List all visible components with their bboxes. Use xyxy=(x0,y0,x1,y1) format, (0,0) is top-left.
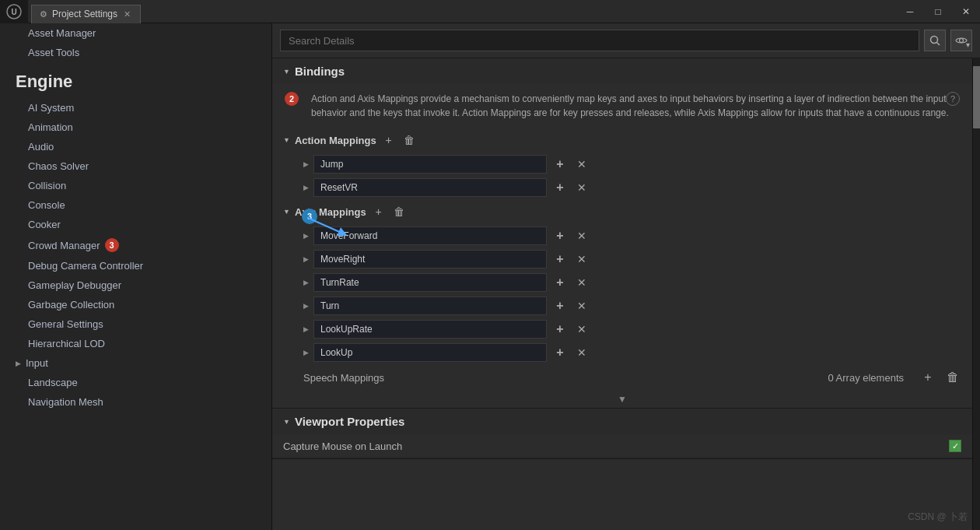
axis-mappings-add-btn[interactable]: + xyxy=(371,204,387,219)
sidebar-item-input[interactable]: Input xyxy=(0,353,271,373)
axis-mappings-label: Axis Mappings xyxy=(295,206,366,218)
action-mappings-arrow: ▼ xyxy=(283,136,290,144)
viewport-title: Viewport Properties xyxy=(295,415,404,428)
viewport-section-header[interactable]: ▼ Viewport Properties xyxy=(272,409,972,434)
moveforward-expand-arrow[interactable]: ▶ xyxy=(303,232,309,240)
axis-mappings-delete-btn[interactable]: 🗑 xyxy=(391,204,407,219)
speech-mappings-row: Speech Mappings 0 Array elements + 🗑 xyxy=(272,364,972,391)
moveright-add-btn[interactable]: + xyxy=(551,251,569,268)
close-btn[interactable]: ✕ xyxy=(952,0,980,23)
down-arrow-icon: ▼ xyxy=(618,394,627,405)
sidebar-item-console[interactable]: Console xyxy=(0,195,271,215)
sidebar-item-animation[interactable]: Animation xyxy=(0,118,271,137)
help-icon[interactable]: ? xyxy=(946,92,960,106)
scrollbar-thumb[interactable] xyxy=(973,66,980,128)
turn-expand-arrow[interactable]: ▶ xyxy=(303,302,309,310)
bindings-description-text: Action and Axis Mappings provide a mecha… xyxy=(311,93,949,118)
sidebar-item-gameplay-debugger[interactable]: Gameplay Debugger xyxy=(0,276,271,295)
turnrate-delete-btn[interactable]: ✕ xyxy=(573,274,590,291)
svg-line-3 xyxy=(937,43,940,46)
tab-label: Project Settings xyxy=(52,9,117,19)
search-bar xyxy=(272,23,980,58)
speech-mappings-label: Speech Mappings xyxy=(303,372,384,384)
bindings-collapse-arrow: ▼ xyxy=(283,68,290,75)
turn-delete-btn[interactable]: ✕ xyxy=(573,297,590,314)
sidebar-item-crowd-manager[interactable]: Crowd Manager 3 xyxy=(0,234,271,256)
sidebar-item-asset-manager[interactable]: Asset Manager xyxy=(0,23,271,43)
speech-add-btn[interactable]: + xyxy=(919,369,936,386)
turnrate-name-field[interactable] xyxy=(313,273,547,292)
lookuprate-add-btn[interactable]: + xyxy=(551,321,569,338)
jump-delete-btn[interactable]: ✕ xyxy=(573,156,590,173)
lookuprate-expand-arrow[interactable]: ▶ xyxy=(303,325,309,333)
bindings-section: ▼ Bindings 2 Action and Axis Mappings pr… xyxy=(272,58,972,409)
engine-section-label: Engine xyxy=(0,62,271,98)
speech-delete-btn[interactable]: 🗑 xyxy=(944,369,961,386)
sidebar-item-landscape[interactable]: Landscape xyxy=(0,373,271,392)
resetvr-expand-arrow[interactable]: ▶ xyxy=(303,184,309,191)
project-settings-tab[interactable]: ⚙ Project Settings ✕ xyxy=(31,5,141,23)
moveright-name-field[interactable] xyxy=(313,250,547,269)
resetvr-delete-btn[interactable]: ✕ xyxy=(573,179,590,196)
action-mappings-label: Action Mappings xyxy=(295,135,376,146)
capture-mouse-checkbox[interactable]: ✓ xyxy=(949,440,961,452)
sidebar-item-chaos-solver[interactable]: Chaos Solver xyxy=(0,156,271,176)
sidebar-item-ai-system[interactable]: AI System xyxy=(0,98,271,118)
sidebar-item-garbage-collection[interactable]: Garbage Collection xyxy=(0,295,271,314)
minimize-btn[interactable]: ─ xyxy=(896,0,924,23)
axis-mapping-row-moveright: ▶ + ✕ xyxy=(272,247,972,271)
sidebar-item-hierarchical-lod[interactable]: Hierarchical LOD xyxy=(0,334,271,353)
turn-add-btn[interactable]: + xyxy=(551,297,569,314)
crowd-manager-label: Crowd Manager xyxy=(28,240,100,251)
lookup-add-btn[interactable]: + xyxy=(551,344,569,361)
sidebar-item-navigation-mesh[interactable]: Navigation Mesh xyxy=(0,392,271,412)
lookup-expand-arrow[interactable]: ▶ xyxy=(303,349,309,356)
content-area: ▼ Bindings 2 Action and Axis Mappings pr… xyxy=(272,23,980,530)
action-mapping-row-jump: ▶ + ✕ xyxy=(272,153,972,176)
search-button[interactable] xyxy=(924,30,946,51)
turn-name-field[interactable] xyxy=(313,297,547,315)
visibility-toggle-btn[interactable] xyxy=(950,30,972,51)
lookup-name-field[interactable] xyxy=(313,343,547,362)
moveright-delete-btn[interactable]: ✕ xyxy=(573,251,590,268)
resetvr-add-btn[interactable]: + xyxy=(551,179,569,196)
tab-close-btn[interactable]: ✕ xyxy=(122,9,132,19)
bindings-section-header[interactable]: ▼ Bindings xyxy=(272,58,972,84)
sidebar-item-collision[interactable]: Collision xyxy=(0,176,271,195)
lookuprate-delete-btn[interactable]: ✕ xyxy=(573,321,590,338)
moveforward-delete-btn[interactable]: ✕ xyxy=(573,227,590,244)
title-bar: U ⚙ Project Settings ✕ ─ □ ✕ xyxy=(0,0,980,23)
action-mappings-header: ▼ Action Mappings + 🗑 xyxy=(272,128,972,153)
maximize-btn[interactable]: □ xyxy=(924,0,952,23)
sidebar-item-general-settings[interactable]: General Settings xyxy=(0,314,271,334)
capture-mouse-row: Capture Mouse on Launch ✓ xyxy=(272,434,972,458)
ue-logo: U xyxy=(0,0,28,23)
lookuprate-name-field[interactable] xyxy=(313,320,547,339)
lookup-delete-btn[interactable]: ✕ xyxy=(573,344,590,361)
jump-name-field[interactable] xyxy=(313,155,547,174)
turnrate-expand-arrow[interactable]: ▶ xyxy=(303,279,309,286)
bindings-description: 2 Action and Axis Mappings provide a mec… xyxy=(272,84,972,128)
axis-mapping-row-lookuprate: ▶ + ✕ xyxy=(272,318,972,341)
sidebar-item-audio[interactable]: Audio xyxy=(0,137,271,156)
search-input[interactable] xyxy=(280,30,919,51)
moveright-expand-arrow[interactable]: ▶ xyxy=(303,255,309,263)
jump-expand-arrow[interactable]: ▶ xyxy=(303,160,309,168)
axis-mapping-row-lookup: ▶ + ✕ xyxy=(272,341,972,364)
moveforward-add-btn[interactable]: + xyxy=(551,227,569,244)
sidebar-item-debug-camera[interactable]: Debug Camera Controller xyxy=(0,256,271,276)
turnrate-add-btn[interactable]: + xyxy=(551,274,569,291)
viewport-properties-section: ▼ Viewport Properties Capture Mouse on L… xyxy=(272,409,972,459)
axis-mapping-row-moveforward: ▶ + ✕ xyxy=(272,224,972,247)
right-scrollbar[interactable] xyxy=(972,58,980,530)
moveforward-name-field[interactable] xyxy=(313,226,547,245)
section-divider: ▼ xyxy=(272,391,972,408)
svg-point-4 xyxy=(960,39,964,43)
jump-add-btn[interactable]: + xyxy=(551,156,569,173)
resetvr-name-field[interactable] xyxy=(313,178,547,197)
action-mappings-add-btn[interactable]: + xyxy=(381,132,397,148)
speech-count: 0 Array elements xyxy=(828,372,904,384)
action-mappings-delete-btn[interactable]: 🗑 xyxy=(401,132,417,148)
sidebar-item-cooker[interactable]: Cooker xyxy=(0,215,271,234)
sidebar-item-asset-tools[interactable]: Asset Tools xyxy=(0,43,271,62)
